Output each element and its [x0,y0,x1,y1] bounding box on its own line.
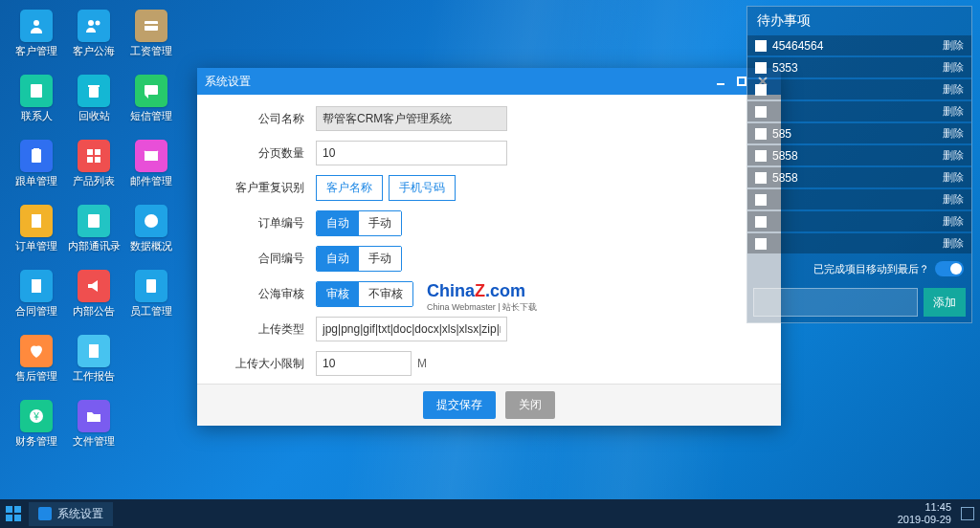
desktop-icon-6[interactable]: 跟单管理 [10,140,63,197]
desktop-icon-2[interactable]: 工资管理 [124,10,178,67]
svg-point-2 [96,21,100,26]
desktop-icon-5[interactable]: 短信管理 [124,75,178,132]
show-desktop-button[interactable] [961,507,974,520]
todo-checkbox[interactable] [755,238,767,250]
todo-delete-button[interactable]: 删除 [943,104,964,119]
label-pagesize: 分页数量 [235,145,304,162]
minimize-button[interactable] [710,71,731,92]
todo-checkbox[interactable] [755,216,767,228]
todo-item: 5353删除 [747,57,971,77]
desktop-icon-label: 内部通讯录 [68,239,121,253]
dialog-titlebar[interactable]: 系统设置 [197,68,781,95]
desktop-icon-10[interactable]: 内部通讯录 [67,205,121,262]
todo-delete-button[interactable]: 删除 [943,236,964,251]
todo-add-button[interactable]: 添加 [924,288,966,317]
dedup-opt-name[interactable]: 客户名称 [316,175,383,201]
svg-rect-40 [6,515,12,521]
svg-rect-4 [145,24,158,26]
todo-delete-button[interactable]: 删除 [943,82,964,97]
desktop-icon-label: 合同管理 [15,304,57,319]
svg-rect-8 [89,87,99,98]
seaaudit-yes[interactable]: 审核 [317,282,359,306]
todo-checkbox[interactable] [755,172,767,184]
desktop-icon-15[interactable]: 售后管理 [10,335,63,392]
label-orderno: 订单编号 [235,215,304,231]
pagesize-input[interactable] [316,141,507,165]
todo-title: 待办事项 [747,7,971,35]
taskbar-clock[interactable]: 11:45 2019-09-29 [898,501,955,526]
todo-text: 45464564 [772,39,943,53]
desktop-icon-3[interactable]: 联系人 [10,75,63,132]
dedup-opt-phone[interactable]: 手机号码 [389,175,456,201]
orderno-auto[interactable]: 自动 [317,211,359,235]
desktop-icon-0[interactable]: 客户管理 [10,10,63,67]
heart-icon [20,335,53,367]
todo-text: 5858 [772,149,943,163]
svg-text:¥: ¥ [33,411,39,422]
desktop-icon-label: 售后管理 [15,369,57,384]
desktop-icon-label: 邮件管理 [130,174,172,188]
desktop-icon-11[interactable]: 数据概况 [124,205,178,262]
todo-text: 585 [772,127,943,141]
company-input[interactable] [316,106,507,131]
uploadtype-input[interactable] [316,317,507,341]
todo-add-input[interactable] [753,288,918,317]
desktop-icon-9[interactable]: 订单管理 [10,205,63,262]
desktop-icon-16[interactable]: 工作报告 [67,335,121,392]
desktop-icon-13[interactable]: 内部公告 [67,270,121,327]
msg-icon [135,75,167,107]
move-done-toggle[interactable] [935,261,964,276]
todo-checkbox[interactable] [755,106,767,118]
orderno-manual[interactable]: 手动 [359,211,401,235]
taskbar: 系统设置 11:45 2019-09-29 [0,499,980,528]
todo-checkbox[interactable] [755,150,767,162]
todo-item: 删除 [747,101,971,121]
todo-delete-button[interactable]: 删除 [943,148,964,163]
contractno-manual[interactable]: 手动 [359,247,401,271]
todo-checkbox[interactable] [755,40,767,52]
todo-checkbox[interactable] [755,128,767,140]
todo-delete-button[interactable]: 删除 [943,60,964,75]
desktop-icon-12[interactable]: 合同管理 [10,270,63,327]
close-dialog-button[interactable]: 关闭 [505,391,555,419]
todo-checkbox[interactable] [755,194,767,206]
taskbar-app-icon [38,507,52,520]
desktop-icon-14[interactable]: 员工管理 [124,270,178,327]
mail-icon [135,140,167,172]
todo-checkbox[interactable] [755,84,767,96]
desktop-icon-1[interactable]: 客户公海 [67,10,121,67]
svg-point-1 [88,20,94,26]
desktop-icon-label: 工资管理 [130,44,172,58]
todo-text: 5353 [772,61,943,75]
desktop-icon-19[interactable]: 文件管理 [67,400,121,457]
svg-rect-16 [95,157,100,163]
desktop-icon-4[interactable]: 回收站 [67,75,121,132]
settings-dialog: 系统设置 公司名称 分页数量 客户重复识别 客户名称 手机号码 订单编号 自动 … [197,68,781,426]
desktop-icon-8[interactable]: 邮件管理 [124,140,178,197]
start-button[interactable] [6,506,21,521]
label-dedup: 客户重复识别 [235,180,304,196]
svg-rect-15 [87,157,93,163]
desktop-icon-label: 文件管理 [73,434,115,449]
submit-button[interactable]: 提交保存 [423,391,496,419]
todo-item: 删除 [747,233,971,253]
taskbar-item-settings[interactable]: 系统设置 [29,502,113,526]
money-icon: ¥ [20,400,53,432]
desktop-icon-7[interactable]: 产品列表 [67,140,121,197]
label-contractno: 合同编号 [235,251,304,267]
todo-delete-button[interactable]: 删除 [943,38,964,53]
desktop-icon-18[interactable]: ¥财务管理 [10,400,63,457]
seaaudit-no[interactable]: 不审核 [359,282,412,306]
svg-rect-14 [95,149,100,155]
desktop-icon-label: 联系人 [21,109,53,123]
svg-rect-31 [94,349,96,356]
todo-delete-button[interactable]: 删除 [943,214,964,229]
todo-checkbox[interactable] [755,62,767,74]
todo-delete-button[interactable]: 删除 [943,126,964,141]
uploadlimit-input[interactable] [316,351,412,376]
report-icon [78,335,110,367]
todo-delete-button[interactable]: 删除 [943,192,964,207]
contractno-auto[interactable]: 自动 [317,247,359,271]
todo-delete-button[interactable]: 删除 [943,170,964,185]
desktop-icon-label: 财务管理 [15,434,57,449]
